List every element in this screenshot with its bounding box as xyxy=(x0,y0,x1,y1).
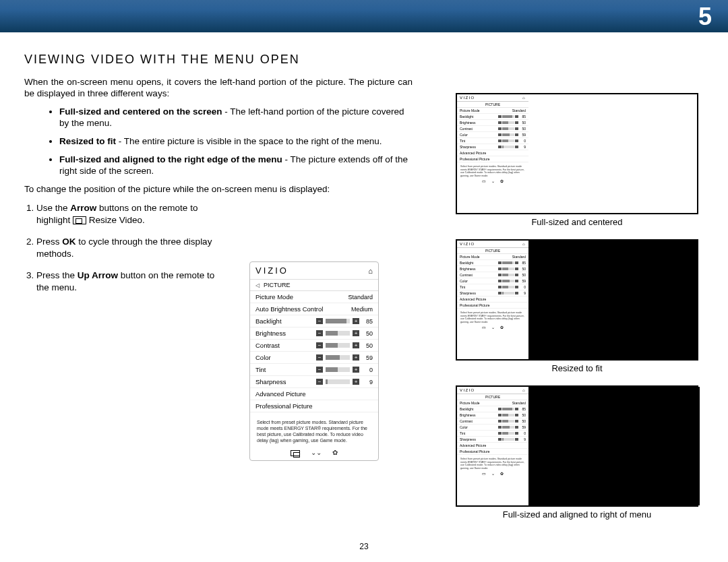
plus-button[interactable]: + xyxy=(353,330,359,336)
minus-button[interactable]: − xyxy=(316,379,323,385)
bullet-term: Full-sized and aligned to the right edge… xyxy=(59,154,282,164)
osd-row[interactable]: Picture ModeStandard xyxy=(250,291,378,303)
osd-row: Professional Picture xyxy=(457,303,528,309)
list-item: Full-sized and centered on the screen - … xyxy=(59,106,413,129)
plus-button[interactable]: + xyxy=(353,367,359,373)
osd-row: Advanced Picture xyxy=(457,296,528,303)
osd-row-value: Standard xyxy=(348,294,373,301)
osd-row[interactable]: Brightness−+50 xyxy=(250,327,378,340)
chapter-band: 5 xyxy=(0,0,728,32)
osd-row[interactable]: Backlight−+85 xyxy=(250,315,378,327)
osd-menu-mini: VIZIO⌂PICTUREPicture ModeStandardBacklig… xyxy=(457,387,528,505)
slider[interactable]: −+59 xyxy=(316,354,373,361)
osd-row: Color59 xyxy=(457,132,528,138)
step-item: Use the Arrow buttons on the remote to h… xyxy=(36,202,220,226)
osd-help-text: Select from preset picture modes. Standa… xyxy=(457,455,528,470)
slider[interactable]: −+0 xyxy=(316,367,373,373)
home-icon: ⌂ xyxy=(522,388,526,392)
osd-row: Brightness50 xyxy=(457,412,528,418)
osd-section-title: PICTURE xyxy=(457,102,528,108)
osd-brand: VIZIO xyxy=(255,266,289,276)
osd-row-label: Auto Brightness Control xyxy=(255,305,323,313)
slider-value: 0 xyxy=(362,367,373,373)
home-icon[interactable]: ⌂ xyxy=(368,267,373,275)
gear-icon: ✿ xyxy=(500,325,504,330)
thumbnail: VIZIO⌂PICTUREPicture ModeStandardBacklig… xyxy=(449,93,705,227)
back-icon[interactable]: ◁ xyxy=(255,282,260,288)
slider-value: 85 xyxy=(362,318,373,325)
slider-value: 9 xyxy=(362,379,373,385)
minus-button[interactable]: − xyxy=(316,354,323,361)
slider[interactable]: −+50 xyxy=(316,330,373,337)
thumbnail-caption: Resized to fit xyxy=(449,363,705,373)
minus-button[interactable]: − xyxy=(316,330,323,336)
chevron-down-icon: ⌄ xyxy=(491,471,495,476)
osd-row[interactable]: Advanced Picture xyxy=(250,388,378,400)
video-area xyxy=(528,241,697,359)
osd-row: Picture ModeStandard xyxy=(457,254,528,260)
osd-footer-icons: ⌄⌄ ✿ xyxy=(250,446,378,460)
resize-video-icon[interactable] xyxy=(291,449,300,456)
resize-video-icon: ▭ xyxy=(482,325,486,330)
osd-row[interactable]: Contrast−+50 xyxy=(250,340,378,352)
thumbnail: VIZIO⌂PICTUREPicture ModeStandardBacklig… xyxy=(449,239,705,373)
display-modes-list: Full-sized and centered on the screen - … xyxy=(24,106,413,177)
plus-button[interactable]: + xyxy=(353,342,359,348)
osd-row-label: Sharpness xyxy=(255,378,286,385)
minus-button[interactable]: − xyxy=(316,342,323,348)
osd-help-text: Select from preset picture modes. Standa… xyxy=(457,309,528,324)
osd-row: Sharpness9 xyxy=(457,290,528,296)
thumbnail-caption: Full-sized and centered xyxy=(449,217,705,227)
osd-row[interactable]: Auto Brightness ControlMedium xyxy=(250,303,378,315)
osd-row[interactable]: Professional Picture xyxy=(250,400,378,412)
step-item: Press OK to cycle through the three disp… xyxy=(36,236,220,260)
osd-help-text: Select from preset picture modes. Standa… xyxy=(250,412,378,446)
plus-button[interactable]: + xyxy=(353,318,359,324)
osd-menu-large: VIZIO ⌂ ◁ PICTURE Picture ModeStandardAu… xyxy=(249,261,379,461)
slider[interactable]: −+85 xyxy=(316,318,373,325)
list-item: Full-sized and aligned to the right edge… xyxy=(59,154,413,177)
slider-value: 59 xyxy=(362,354,373,361)
osd-brand: VIZIO xyxy=(460,96,475,100)
osd-row[interactable]: Color−+59 xyxy=(250,352,378,364)
osd-row: Backlight85 xyxy=(457,260,528,266)
bullet-desc: - The entire picture is visible in the s… xyxy=(116,136,382,146)
osd-section-title: PICTURE xyxy=(457,394,528,400)
osd-row: Tint0 xyxy=(457,284,528,290)
minus-button[interactable]: − xyxy=(316,367,323,373)
osd-row: Professional Picture xyxy=(457,156,528,162)
osd-menu-mini: VIZIO⌂PICTUREPicture ModeStandardBacklig… xyxy=(457,94,528,213)
plus-button[interactable]: + xyxy=(353,354,359,361)
minus-button[interactable]: − xyxy=(316,318,323,324)
home-icon: ⌂ xyxy=(522,242,526,246)
list-item: Resized to fit - The entire picture is v… xyxy=(59,135,413,147)
page-heading: VIEWING VIDEO WITH THE MENU OPEN xyxy=(24,53,704,67)
osd-row-label: Picture Mode xyxy=(255,293,293,301)
osd-row: Contrast50 xyxy=(457,272,528,278)
slider[interactable]: −+9 xyxy=(316,379,373,385)
chevron-down-icon[interactable]: ⌄⌄ xyxy=(311,449,322,456)
resize-video-icon xyxy=(73,216,86,224)
osd-section-header: ◁ PICTURE xyxy=(250,280,378,291)
osd-brand: VIZIO xyxy=(460,242,475,246)
slider[interactable]: −+50 xyxy=(316,342,373,349)
osd-row-label: Tint xyxy=(255,366,266,373)
resize-video-icon: ▭ xyxy=(482,179,486,183)
osd-help-text: Select from preset picture modes. Standa… xyxy=(457,162,528,178)
osd-row: Color59 xyxy=(457,425,528,431)
video-area xyxy=(528,387,700,505)
page-number: 23 xyxy=(24,542,704,551)
osd-row[interactable]: Tint−+0 xyxy=(250,364,378,376)
plus-button[interactable]: + xyxy=(353,379,359,385)
osd-row-label: Advanced Picture xyxy=(255,390,305,398)
osd-row-label: Professional Picture xyxy=(255,402,312,410)
osd-row: Color59 xyxy=(457,278,528,284)
gear-icon[interactable]: ✿ xyxy=(332,449,338,456)
osd-row[interactable]: Sharpness−+9 xyxy=(250,376,378,388)
osd-row-label: Backlight xyxy=(255,317,282,325)
content-area: VIEWING VIDEO WITH THE MENU OPEN When th… xyxy=(24,53,704,554)
osd-rows: Picture ModeStandardAuto Brightness Cont… xyxy=(250,291,378,412)
chevron-down-icon: ⌄ xyxy=(491,179,495,183)
osd-row: Brightness50 xyxy=(457,120,528,126)
osd-row: Tint0 xyxy=(457,138,528,144)
